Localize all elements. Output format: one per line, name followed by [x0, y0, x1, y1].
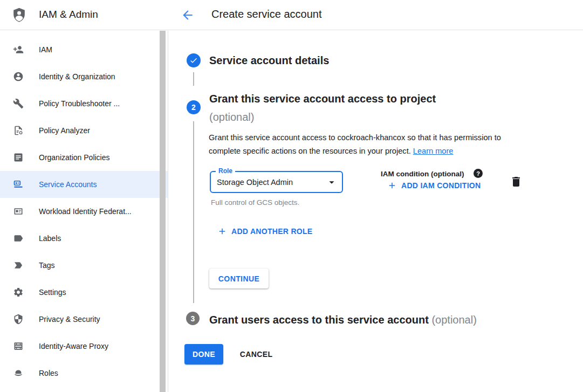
step2-optional-label: (optional) [209, 108, 511, 126]
tag-arrow-icon [13, 260, 24, 271]
service-account-icon [13, 179, 24, 190]
back-arrow-icon[interactable] [180, 8, 195, 23]
sidebar-item-service-accounts[interactable]: Service Accounts [0, 171, 168, 198]
add-iam-condition-label: ADD IAM CONDITION [401, 181, 481, 190]
document-lines-icon [13, 152, 24, 163]
proxy-grid-icon [13, 341, 24, 352]
sidebar-item-roles[interactable]: Roles [0, 360, 168, 387]
person-add-icon [13, 44, 24, 55]
step2-title: Grant this service account access to pro… [209, 90, 511, 126]
role-selected-value: Storage Object Admin [211, 178, 326, 187]
step3-title-text: Grant users access to this service accou… [209, 314, 429, 326]
step2-title-text: Grant this service account access to pro… [209, 90, 511, 108]
sidebar-item-identity-aware-proxy[interactable]: Identity-Aware Proxy [0, 333, 168, 360]
wrench-icon [13, 98, 24, 109]
create-service-account-wizard: Service account details 2 Grant this ser… [169, 31, 583, 392]
role-select[interactable]: Role Storage Object Admin [210, 171, 343, 193]
sidebar-item-label: Tags [39, 261, 55, 270]
sidebar: IAM Identity & Organization Policy Troub… [0, 31, 168, 392]
sidebar-item-label: Organization Policies [39, 153, 110, 162]
sidebar-item-label: Workload Identity Federat... [39, 207, 132, 216]
sidebar-item-labels[interactable]: Labels [0, 225, 168, 252]
account-circle-icon [13, 71, 24, 82]
add-iam-condition-button[interactable]: ADD IAM CONDITION [387, 181, 481, 190]
help-icon[interactable]: ? [474, 169, 483, 178]
page-title: Create service account [211, 8, 322, 20]
sidebar-scrollbar[interactable] [160, 31, 166, 392]
step3-number-badge: 3 [186, 312, 200, 325]
label-icon [13, 233, 24, 244]
iam-admin-shield-logo-icon [11, 6, 28, 24]
sidebar-item-label: Policy Troubleshooter ... [39, 99, 120, 108]
sidebar-item-label: Identity-Aware Proxy [39, 342, 108, 350]
cancel-button[interactable]: CANCEL [229, 344, 283, 365]
iam-condition-label: IAM condition (optional) [381, 170, 464, 178]
help-icon-glyph: ? [476, 170, 480, 177]
step1-title: Service account details [209, 51, 329, 70]
policy-analyzer-icon [13, 125, 24, 136]
sidebar-item-label: Settings [39, 288, 66, 297]
step3-title: Grant users access to this service accou… [209, 311, 583, 329]
add-another-role-label: ADD ANOTHER ROLE [231, 227, 313, 236]
step2-description-text: Grant this service account access to coc… [209, 133, 501, 155]
dropdown-arrow-icon [326, 176, 338, 188]
sidebar-item-workload-identity-federation[interactable]: Workload Identity Federat... [0, 198, 168, 225]
delete-role-trash-icon[interactable] [510, 175, 524, 189]
role-field-label: Role [216, 167, 235, 175]
step2-description: Grant this service account access to coc… [209, 131, 528, 158]
sidebar-item-label: Labels [39, 234, 61, 243]
gear-icon [13, 287, 24, 298]
card-icon [13, 206, 24, 217]
sidebar-item-policy-analyzer[interactable]: Policy Analyzer [0, 117, 168, 144]
sidebar-item-iam[interactable]: IAM [0, 36, 168, 63]
top-bar: IAM & Admin Create service account [0, 0, 583, 30]
hat-icon [13, 368, 24, 379]
shield-icon [13, 314, 24, 325]
learn-more-link[interactable]: Learn more [413, 147, 454, 155]
app-title: IAM & Admin [39, 9, 98, 20]
sidebar-item-policy-troubleshooter[interactable]: Policy Troubleshooter ... [0, 90, 168, 117]
sidebar-item-label: Privacy & Security [39, 315, 100, 324]
step-connector-line [193, 72, 194, 86]
step3-number: 3 [191, 314, 195, 323]
step3-optional-label: (optional) [431, 314, 476, 326]
done-button[interactable]: DONE [184, 344, 223, 365]
plus-icon [387, 181, 397, 190]
sidebar-item-label: Service Accounts [39, 180, 97, 189]
plus-icon [217, 226, 227, 236]
continue-button[interactable]: CONTINUE [209, 269, 269, 288]
step2-number-badge: 2 [187, 100, 201, 114]
add-another-role-button[interactable]: ADD ANOTHER ROLE [217, 226, 313, 236]
sidebar-item-label: IAM [39, 45, 52, 54]
step-connector-line [193, 121, 194, 303]
sidebar-item-settings[interactable]: Settings [0, 279, 168, 306]
sidebar-item-label: Policy Analyzer [39, 126, 90, 135]
sidebar-item-tags[interactable]: Tags [0, 252, 168, 279]
sidebar-item-label: Identity & Organization [39, 72, 115, 81]
sidebar-list: IAM Identity & Organization Policy Troub… [0, 36, 168, 387]
step1-completed-check-icon [187, 53, 201, 67]
role-helper-text: Full control of GCS objects. [211, 198, 299, 207]
sidebar-item-privacy-security[interactable]: Privacy & Security [0, 306, 168, 333]
step2-number: 2 [191, 103, 196, 112]
sidebar-item-identity-organization[interactable]: Identity & Organization [0, 63, 168, 90]
sidebar-item-label: Roles [39, 369, 58, 377]
sidebar-item-organization-policies[interactable]: Organization Policies [0, 144, 168, 171]
